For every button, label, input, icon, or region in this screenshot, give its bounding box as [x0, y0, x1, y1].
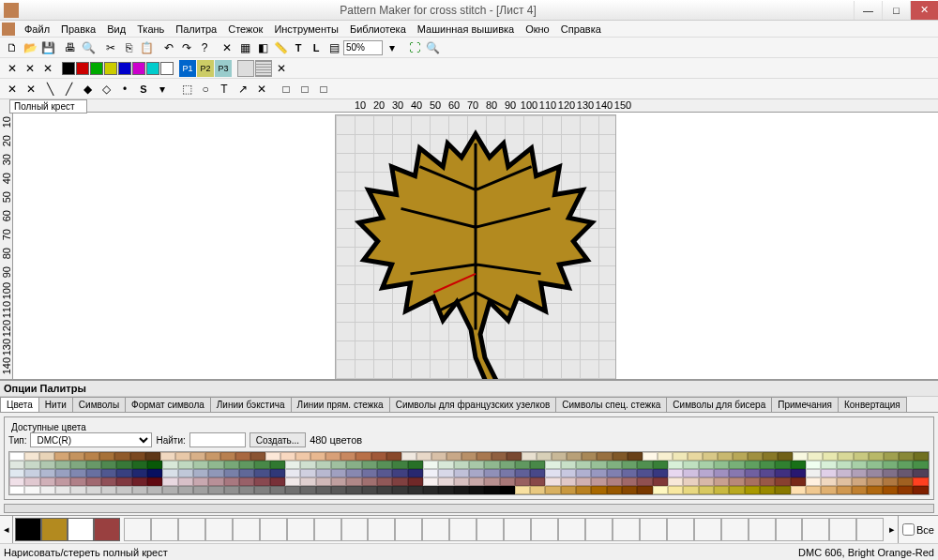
menu-Инструменты[interactable]: Инструменты — [268, 23, 344, 35]
color-swatch[interactable] — [673, 452, 688, 461]
color-blue[interactable] — [118, 62, 131, 75]
color-swatch[interactable] — [683, 469, 698, 477]
color-swatch[interactable] — [178, 469, 193, 477]
p2-icon[interactable]: P2 — [197, 60, 214, 77]
color-swatch[interactable] — [852, 477, 867, 486]
color-swatch[interactable] — [718, 452, 733, 461]
color-swatch[interactable] — [869, 452, 884, 461]
color-swatch[interactable] — [346, 469, 361, 477]
empty-slot[interactable] — [667, 518, 694, 541]
color-swatch[interactable] — [300, 477, 315, 486]
color-swatch[interactable] — [86, 477, 101, 486]
tab-9[interactable]: Примечания — [771, 397, 839, 412]
empty-slot[interactable] — [151, 518, 178, 541]
color-swatch[interactable] — [637, 461, 652, 469]
color-swatch[interactable] — [791, 469, 806, 477]
color-swatch[interactable] — [224, 486, 239, 494]
color-swatch[interactable] — [254, 486, 269, 494]
menu-Файл[interactable]: Файл — [19, 23, 55, 35]
color-swatch[interactable] — [507, 452, 522, 461]
color-swatch[interactable] — [884, 452, 899, 461]
color-swatch[interactable] — [515, 486, 530, 494]
box1-icon[interactable]: □ — [278, 81, 295, 98]
scrollbar[interactable] — [4, 504, 934, 513]
color-swatch[interactable] — [270, 486, 285, 494]
empty-slot[interactable] — [829, 518, 856, 541]
color-swatch[interactable] — [438, 486, 453, 494]
color-swatch[interactable] — [500, 486, 515, 494]
color-swatch[interactable] — [239, 486, 254, 494]
color-swatch[interactable] — [438, 461, 453, 469]
color-swatch[interactable] — [576, 486, 591, 494]
color-swatch[interactable] — [55, 477, 70, 486]
color-swatch[interactable] — [254, 477, 269, 486]
color-swatch[interactable] — [224, 461, 239, 469]
color-swatch[interactable] — [733, 452, 748, 461]
color-swatch[interactable] — [703, 452, 718, 461]
wand-icon[interactable]: ↗ — [234, 81, 251, 98]
color-swatch[interactable] — [622, 469, 637, 477]
color-swatch[interactable] — [423, 477, 438, 486]
color-swatch[interactable] — [913, 461, 928, 469]
tab-6[interactable]: Символы для французских узелков — [389, 397, 557, 412]
pattern-grid[interactable] — [335, 114, 616, 379]
next-icon[interactable]: ▸ — [885, 516, 899, 543]
color-swatch[interactable] — [86, 486, 101, 494]
color-swatch[interactable] — [515, 477, 530, 486]
color-swatch[interactable] — [55, 469, 70, 477]
color-swatch[interactable] — [484, 477, 499, 486]
color-swatch[interactable] — [530, 461, 545, 469]
color-swatch[interactable] — [854, 452, 869, 461]
color-swatch[interactable] — [454, 469, 469, 477]
color-swatch[interactable] — [576, 461, 591, 469]
color-swatch[interactable] — [729, 461, 744, 469]
box2-icon[interactable]: □ — [296, 81, 313, 98]
color-swatch[interactable] — [837, 461, 852, 469]
color-swatch[interactable] — [325, 452, 340, 461]
color-swatch[interactable] — [714, 461, 729, 469]
menu-Правка[interactable]: Правка — [55, 23, 101, 35]
color-swatch[interactable] — [561, 486, 576, 494]
empty-slot[interactable] — [260, 518, 287, 541]
color-swatch[interactable] — [331, 486, 346, 494]
p3-icon[interactable]: P3 — [215, 60, 232, 77]
cross2-icon[interactable]: ✕ — [22, 60, 38, 77]
color-swatch[interactable] — [699, 469, 714, 477]
color-swatch[interactable] — [190, 452, 205, 461]
color-swatch[interactable] — [454, 461, 469, 469]
color-swatch[interactable] — [40, 461, 55, 469]
color-swatch[interactable] — [729, 486, 744, 494]
color-swatch[interactable] — [9, 469, 24, 477]
color-swatch[interactable] — [883, 477, 898, 486]
color-swatch[interactable] — [883, 486, 898, 494]
tab-1[interactable]: Нити — [38, 397, 73, 412]
color-swatch[interactable] — [224, 469, 239, 477]
color-swatch[interactable] — [162, 477, 177, 486]
paste-icon[interactable]: 📋 — [138, 39, 155, 56]
stitch-type-dropdown[interactable]: Полный крест — [9, 99, 87, 114]
cross1-icon[interactable]: ✕ — [4, 60, 21, 77]
color-swatch[interactable] — [793, 452, 808, 461]
color-swatch[interactable] — [867, 461, 882, 469]
color-swatch[interactable] — [699, 477, 714, 486]
color-swatch[interactable] — [522, 452, 537, 461]
cross3-icon[interactable]: ✕ — [39, 60, 56, 77]
color-swatch[interactable] — [101, 461, 116, 469]
st8-icon[interactable]: S — [135, 81, 152, 98]
empty-slot[interactable] — [504, 518, 531, 541]
color-swatch[interactable] — [852, 461, 867, 469]
color-swatch[interactable] — [745, 461, 760, 469]
st2-icon[interactable]: ✕ — [23, 81, 39, 98]
color-swatch[interactable] — [637, 469, 652, 477]
color-swatch[interactable] — [39, 452, 54, 461]
empty-slot[interactable] — [721, 518, 749, 541]
color-swatch[interactable] — [285, 461, 300, 469]
color-swatch[interactable] — [699, 486, 714, 494]
color-swatch[interactable] — [193, 486, 208, 494]
color-swatch[interactable] — [500, 477, 515, 486]
menu-Ткань[interactable]: Ткань — [131, 23, 170, 35]
color-swatch[interactable] — [162, 486, 177, 494]
color-swatch[interactable] — [132, 477, 147, 486]
empty-slot[interactable] — [422, 518, 449, 541]
color-swatch[interactable] — [162, 461, 177, 469]
